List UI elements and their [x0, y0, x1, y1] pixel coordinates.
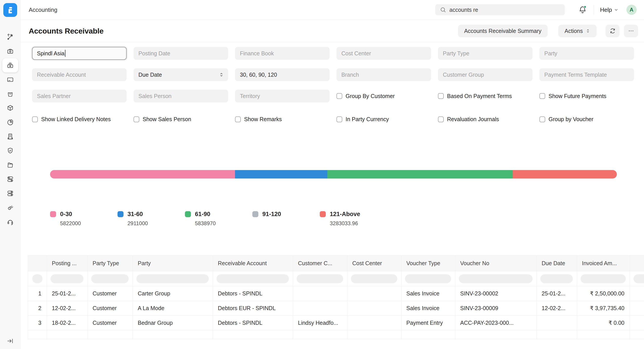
refresh-button[interactable] [606, 25, 620, 37]
column-filter-input[interactable] [136, 274, 209, 283]
checkbox-show-sales-person[interactable]: Show Sales Person [134, 116, 228, 122]
collapse-sidebar-button[interactable] [7, 338, 14, 346]
global-search[interactable] [435, 4, 565, 15]
party-type-filter[interactable] [438, 47, 532, 60]
column-filter-input[interactable] [351, 274, 397, 283]
column-filter-input[interactable] [540, 274, 573, 283]
cell-invoiced-amount: ₹ 2,50,000.00 [577, 286, 630, 301]
payment-terms-template-filter[interactable] [540, 68, 634, 81]
cost-center-filter[interactable] [336, 47, 431, 60]
sidebar-item-accounting[interactable] [2, 58, 18, 72]
checkbox-label: In Party Currency [346, 116, 389, 122]
select-arrows-icon [219, 72, 224, 77]
sidebar-item-support[interactable] [2, 215, 18, 229]
column-header-invoiced-amount[interactable]: Invoiced Am... [577, 256, 630, 271]
checkbox-in-party-currency[interactable]: In Party Currency [336, 116, 431, 122]
column-header-receivable-account[interactable]: Receivable Account [213, 256, 293, 271]
column-header-voucher-type[interactable]: Voucher Type [402, 256, 455, 271]
party-filter[interactable] [540, 47, 634, 60]
column-header-voucher-no[interactable]: Voucher No [455, 256, 537, 271]
ageing-range-filter[interactable] [235, 68, 330, 81]
sidebar-item-analytics[interactable] [2, 115, 18, 129]
sidebar-item-organization[interactable] [2, 129, 18, 144]
sidebar-item-payments[interactable] [2, 44, 18, 58]
building-icon [6, 133, 14, 140]
finance-book-filter[interactable] [235, 47, 330, 60]
checkbox-show-remarks[interactable]: Show Remarks [235, 116, 330, 122]
column-filter-input[interactable] [32, 274, 42, 283]
sales-partner-filter[interactable] [32, 90, 126, 102]
chart-bar [50, 170, 617, 179]
sidebar-item-controls[interactable] [2, 186, 18, 201]
checkbox-group-by-customer[interactable]: Group By Customer [336, 93, 431, 99]
column-filter-input[interactable] [580, 274, 626, 283]
sidebar-item-tools[interactable] [2, 30, 18, 44]
table-row[interactable]: 2 12-02-2... Customer A La Mode Debtors … [28, 301, 644, 316]
column-filter-input[interactable] [634, 274, 644, 283]
toggles-icon [6, 175, 14, 183]
user-avatar[interactable]: A [626, 5, 637, 15]
checkbox-group-by-voucher[interactable]: Group by Voucher [540, 116, 634, 122]
cell-customer-contact [293, 286, 347, 301]
search-input[interactable] [450, 7, 560, 13]
cell-voucher-type: Sales Invoice [402, 286, 455, 301]
actions-button[interactable]: Actions [558, 25, 596, 37]
checkbox-label: Based On Payment Terms [447, 93, 512, 99]
territory-filter[interactable] [235, 90, 330, 102]
topbar-divider [594, 5, 594, 14]
company-filter[interactable]: Spindl Asia [32, 47, 126, 60]
column-filter-input[interactable] [459, 274, 532, 283]
summary-report-button[interactable]: Accounts Receivable Summary [458, 25, 548, 37]
notifications-button[interactable] [578, 5, 587, 14]
column-filter-input[interactable] [297, 274, 343, 283]
sidebar-item-integrations[interactable] [2, 201, 18, 215]
column-filter-input[interactable] [91, 274, 128, 283]
checkbox-show-future-payments[interactable]: Show Future Payments [540, 93, 634, 99]
table-row[interactable]: 1 25-01-2... Customer Carter Group Debto… [28, 286, 644, 301]
sales-person-filter[interactable] [134, 90, 228, 102]
column-filter-input[interactable] [216, 274, 289, 283]
sidebar-item-projects[interactable] [2, 158, 18, 172]
due-date-select[interactable]: Due Date [134, 68, 228, 81]
checkbox-label: Revaluation Journals [447, 116, 499, 122]
legend-swatch [185, 211, 191, 217]
checkbox-icon [235, 116, 241, 122]
column-header-posting-date[interactable]: Posting ... [47, 256, 88, 271]
sidebar-item-settings[interactable] [2, 172, 18, 186]
legend-item-0-30: 0-305822000 [50, 211, 118, 227]
column-header-index[interactable] [28, 256, 47, 271]
column-header-cost-center[interactable]: Cost Center [347, 256, 402, 271]
checkbox-label: Group By Customer [346, 93, 395, 99]
column-header-customer-contact[interactable]: Customer C... [293, 256, 347, 271]
checkbox-revaluation-journals[interactable]: Revaluation Journals [438, 116, 532, 122]
legend-item-61-90: 61-905838970 [185, 211, 252, 227]
column-header-due-date[interactable]: Due Date [537, 256, 577, 271]
legend-swatch [320, 211, 326, 217]
column-header-party[interactable]: Party [133, 256, 213, 271]
checkbox-show-linked-delivery-notes[interactable]: Show Linked Delivery Notes [32, 116, 126, 122]
toggles-alt-icon [6, 190, 14, 197]
help-menu[interactable]: Help [600, 6, 618, 13]
posting-date-filter[interactable] [134, 47, 228, 60]
checkbox-label: Show Linked Delivery Notes [41, 116, 111, 122]
sidebar-item-selling[interactable] [2, 87, 18, 101]
receivable-account-filter[interactable] [32, 68, 126, 81]
checkbox-icon [336, 93, 342, 99]
cell-invoiced-amount: ₹ 0.00 [577, 316, 630, 330]
app-logo[interactable] [3, 3, 17, 17]
column-header-party-type[interactable]: Party Type [88, 256, 133, 271]
sidebar-item-quality[interactable] [2, 144, 18, 158]
table-row[interactable]: 3 18-02-2... Customer Bednar Group Debto… [28, 316, 644, 330]
branch-filter[interactable] [336, 68, 431, 81]
customer-group-filter[interactable] [438, 68, 532, 81]
sidebar-item-stock[interactable] [2, 101, 18, 115]
checkbox-based-on-payment-terms[interactable]: Based On Payment Terms [438, 93, 532, 99]
menu-button[interactable] [624, 25, 638, 37]
column-header-extra[interactable] [630, 256, 644, 271]
shopping-bag-icon [6, 90, 14, 98]
sidebar-item-card[interactable] [2, 72, 18, 87]
column-filter-input[interactable] [50, 274, 84, 283]
cell-voucher-no: ACC-PAY-2023-000... [455, 316, 537, 330]
column-filter-input[interactable] [405, 274, 451, 283]
cell-due-date: 25-01-2... [537, 286, 577, 301]
